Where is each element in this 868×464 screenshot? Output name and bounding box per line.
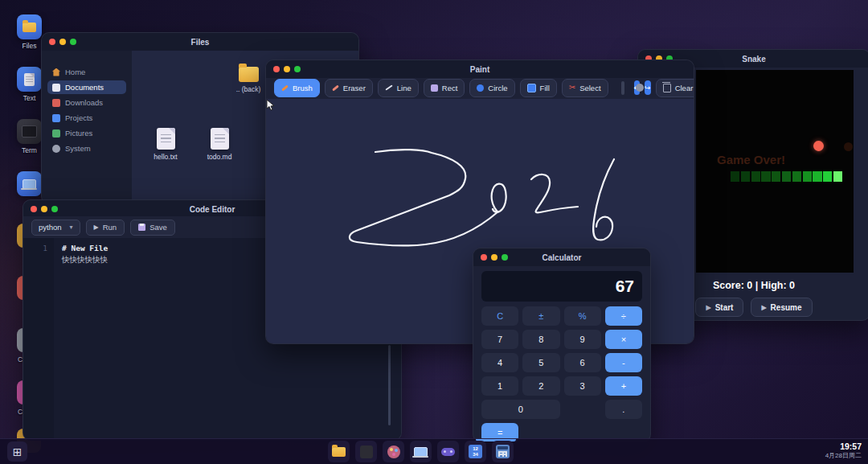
run-button[interactable]: ▶ Run — [86, 220, 125, 236]
taskbar-files-button[interactable] — [328, 441, 350, 462]
rectangle-icon — [431, 84, 438, 92]
taskbar-calculator-button[interactable] — [492, 441, 514, 462]
maximize-button[interactable] — [294, 66, 301, 72]
laptop-icon — [23, 179, 36, 189]
rect-tool-button[interactable]: Rect — [424, 79, 465, 97]
folder-icon — [239, 67, 259, 82]
taskbar-code-button[interactable] — [410, 441, 432, 462]
paint-titlebar[interactable]: Paint — [266, 60, 694, 78]
zero-key[interactable]: 0 — [481, 400, 560, 419]
five-key[interactable]: 5 — [522, 353, 559, 372]
taskbar-snake-button[interactable] — [437, 441, 459, 462]
sidebar-label: Pictures — [65, 129, 92, 138]
start-button[interactable]: ▶ Start — [695, 298, 743, 317]
files-sidebar: Home Documents Downloads Projects Pictur… — [42, 51, 132, 203]
brush-tool-button[interactable]: Brush — [274, 79, 320, 97]
home-icon — [52, 68, 60, 76]
close-button[interactable] — [273, 66, 280, 72]
sidebar-item-downloads[interactable]: Downloads — [47, 96, 126, 109]
seven-key[interactable]: 7 — [481, 330, 518, 349]
save-button[interactable]: Save — [130, 220, 175, 236]
tool-label: Select — [579, 84, 600, 92]
minimize-button[interactable] — [491, 254, 497, 261]
redo-button[interactable]: ↪ — [645, 80, 651, 95]
close-button[interactable] — [49, 39, 55, 45]
maximize-button[interactable] — [51, 206, 58, 212]
color-swatch[interactable] — [621, 81, 624, 95]
language-select[interactable]: python ▾ — [31, 220, 80, 236]
code-line: # New File — [62, 243, 108, 254]
scissors-icon: ✂ — [569, 84, 575, 92]
taskbar-terminal-button[interactable] — [355, 441, 377, 462]
plus-key[interactable]: + — [605, 376, 642, 396]
back-folder[interactable]: .. (back) — [226, 67, 271, 93]
desktop-icon-files[interactable]: Files — [17, 14, 42, 50]
desktop-icon-terminal[interactable]: Term — [17, 119, 42, 154]
clock-time: 19:57 — [825, 441, 862, 451]
sidebar-item-system[interactable]: System — [47, 142, 126, 155]
snake-segment — [803, 171, 812, 182]
palette-icon — [387, 446, 400, 458]
desktop-icon-label: Term — [17, 146, 42, 154]
file-icon — [211, 128, 229, 150]
numbers-icon-row: 12 — [473, 446, 478, 452]
save-label: Save — [149, 223, 167, 232]
file-label: .. (back) — [226, 85, 271, 93]
desktop-icon-text-editor[interactable]: Text — [17, 67, 42, 102]
app-launcher-button[interactable]: ⊞ — [7, 441, 27, 462]
file-hello-txt[interactable]: hello.txt — [143, 128, 188, 161]
eraser-tool-button[interactable]: Eraser — [325, 79, 373, 97]
file-todo-md[interactable]: todo.md — [197, 128, 242, 161]
minimize-button[interactable] — [41, 206, 47, 212]
maximize-button[interactable] — [502, 254, 508, 261]
maximize-button[interactable] — [70, 39, 76, 45]
calculator-titlebar[interactable]: Calculator — [473, 248, 650, 266]
close-button[interactable] — [481, 254, 487, 261]
code-line-2: 快快快快快快 — [62, 254, 108, 265]
clear-button[interactable]: Clear — [656, 79, 694, 97]
slider-thumb[interactable] — [636, 84, 644, 92]
sidebar-item-home[interactable]: Home — [47, 65, 126, 79]
minus-key[interactable]: - — [605, 353, 642, 372]
tool-label: Line — [397, 84, 411, 92]
nine-key[interactable]: 9 — [564, 330, 601, 349]
sidebar-item-projects[interactable]: Projects — [47, 111, 126, 125]
resume-button[interactable]: ▶ Resume — [751, 298, 812, 317]
minimize-button[interactable] — [59, 39, 66, 45]
select-tool-button[interactable]: ✂ Select — [562, 79, 608, 97]
line-tool-button[interactable]: Line — [378, 79, 419, 97]
close-button[interactable] — [31, 206, 37, 212]
sign-key[interactable]: ± — [522, 306, 559, 326]
desktop-icon-code[interactable] — [17, 171, 42, 199]
taskbar-numbers-button[interactable]: 12 34 — [465, 441, 486, 462]
six-key[interactable]: 6 — [564, 353, 601, 372]
tool-label: Brush — [293, 84, 313, 92]
four-key[interactable]: 4 — [481, 353, 518, 372]
divide-key[interactable]: ÷ — [605, 306, 642, 326]
percent-key[interactable]: % — [564, 306, 601, 326]
line-icon — [385, 84, 392, 90]
dot-key[interactable]: . — [605, 400, 642, 419]
chevron-down-icon: ▾ — [70, 224, 73, 231]
multiply-key[interactable]: × — [605, 330, 642, 349]
clear-key[interactable]: C — [481, 306, 518, 326]
scrollbar[interactable] — [388, 345, 391, 425]
two-key[interactable]: 2 — [522, 376, 559, 396]
files-titlebar[interactable]: Files — [42, 33, 358, 51]
minimize-button[interactable] — [284, 66, 290, 72]
sidebar-item-pictures[interactable]: Pictures — [47, 126, 126, 140]
fill-tool-button[interactable]: Fill — [520, 79, 557, 97]
taskbar-clock[interactable]: 19:57 4月28日周二 — [825, 441, 862, 461]
circle-tool-button[interactable]: Circle — [469, 79, 514, 97]
calculator-keypad: C ± % ÷ 7 8 9 × 4 5 6 - 1 2 3 + 0 . = — [481, 306, 642, 442]
snake-segment — [741, 171, 750, 182]
sidebar-label: Projects — [65, 113, 92, 122]
paint-toolbar: Brush Eraser Line Rect Circle Fill — [266, 76, 694, 99]
eight-key[interactable]: 8 — [522, 330, 559, 349]
one-key[interactable]: 1 — [481, 376, 518, 396]
file-label: todo.md — [197, 153, 242, 161]
monitor-icon — [52, 114, 60, 122]
taskbar-paint-button[interactable] — [383, 441, 404, 462]
sidebar-item-documents[interactable]: Documents — [47, 80, 126, 94]
three-key[interactable]: 3 — [564, 376, 601, 396]
